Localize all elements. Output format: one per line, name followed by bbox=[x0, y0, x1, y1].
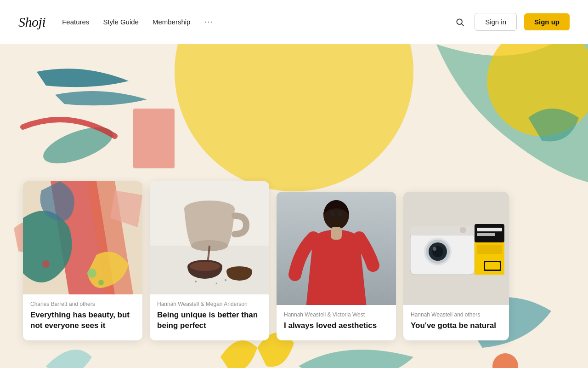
card-4-image bbox=[403, 192, 509, 305]
svg-rect-43 bbox=[477, 233, 495, 236]
card-2-content: Hannah Weastell & Megan Anderson Being u… bbox=[150, 294, 269, 340]
svg-point-38 bbox=[460, 227, 466, 233]
svg-rect-45 bbox=[477, 245, 502, 254]
hero-section: Charles Barrett and others Everything ha… bbox=[0, 44, 588, 368]
svg-point-2 bbox=[175, 44, 413, 191]
card-1[interactable]: Charles Barrett and others Everything ha… bbox=[23, 181, 142, 340]
card-4-title: You've gotta be natural bbox=[411, 321, 502, 331]
svg-point-27 bbox=[330, 211, 335, 217]
card-4[interactable]: Hannah Weastell and others You've gotta … bbox=[403, 192, 509, 340]
search-button[interactable] bbox=[452, 15, 467, 29]
svg-point-6 bbox=[487, 44, 588, 136]
svg-point-18 bbox=[190, 262, 220, 271]
card-4-content: Hannah Weastell and others You've gotta … bbox=[403, 305, 509, 340]
card-1-author: Charles Barrett and others bbox=[30, 301, 135, 307]
svg-point-0 bbox=[457, 19, 462, 24]
nav-more[interactable]: ··· bbox=[204, 17, 214, 27]
svg-rect-42 bbox=[477, 228, 502, 231]
signup-button[interactable]: Sign up bbox=[524, 13, 570, 30]
card-2[interactable]: Hannah Weastell & Megan Anderson Being u… bbox=[150, 181, 269, 340]
svg-point-28 bbox=[338, 211, 342, 217]
nav-features[interactable]: Features bbox=[62, 18, 89, 26]
card-3-content: Hannah Weastell & Victoria West I always… bbox=[277, 305, 396, 340]
svg-point-20 bbox=[195, 281, 197, 282]
logo[interactable]: Shoji bbox=[18, 14, 45, 30]
signin-button[interactable]: Sign in bbox=[475, 13, 517, 31]
card-2-title: Being unique is better than being perfec… bbox=[157, 310, 262, 331]
card-1-content: Charles Barrett and others Everything ha… bbox=[23, 294, 142, 340]
svg-point-21 bbox=[216, 283, 217, 284]
main-nav: Features Style Guide Membership ··· bbox=[62, 17, 214, 27]
header: Shoji Features Style Guide Membership ··… bbox=[0, 0, 588, 44]
nav-membership[interactable]: Membership bbox=[153, 18, 191, 26]
svg-rect-12 bbox=[23, 181, 142, 294]
svg-line-1 bbox=[462, 23, 464, 26]
header-right: Sign in Sign up bbox=[452, 13, 570, 31]
search-icon bbox=[455, 17, 464, 27]
card-3[interactable]: Hannah Weastell & Victoria West I always… bbox=[277, 192, 396, 340]
nav-style-guide[interactable]: Style Guide bbox=[103, 18, 139, 26]
svg-point-36 bbox=[433, 247, 436, 251]
card-1-title: Everything has beauty, but not everyone … bbox=[30, 310, 135, 331]
card-3-image bbox=[277, 192, 396, 305]
svg-rect-26 bbox=[331, 227, 342, 240]
header-left: Shoji Features Style Guide Membership ··… bbox=[18, 14, 214, 30]
card-4-author: Hannah Weastell and others bbox=[411, 311, 502, 318]
card-2-image bbox=[150, 181, 269, 294]
svg-point-7 bbox=[492, 353, 518, 368]
card-1-image bbox=[23, 181, 142, 294]
svg-point-5 bbox=[39, 120, 118, 171]
card-3-author: Hannah Weastell & Victoria West bbox=[284, 311, 389, 318]
svg-point-22 bbox=[225, 279, 226, 281]
svg-rect-47 bbox=[485, 262, 500, 270]
cards-container: Charles Barrett and others Everything ha… bbox=[23, 181, 509, 340]
card-3-title: I always loved aesthetics bbox=[284, 321, 389, 331]
card-2-author: Hannah Weastell & Megan Anderson bbox=[157, 301, 262, 307]
svg-rect-4 bbox=[133, 109, 175, 168]
